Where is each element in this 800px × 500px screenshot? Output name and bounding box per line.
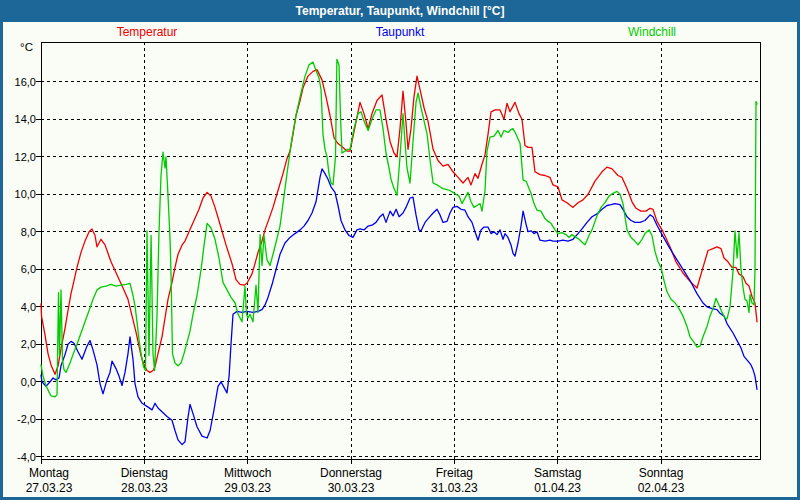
legend-item-taupunkt: Taupunkt — [376, 25, 425, 39]
y-tick-label: 2,0 — [21, 338, 36, 350]
weekday-label: Donnerstag — [320, 466, 382, 480]
y-tick-label: 10,0 — [15, 188, 36, 200]
y-tick-label: -4,0 — [17, 451, 36, 463]
chart-plot-area: 16,014,012,010,08,06,04,02,00,0-2,0-4,0°… — [0, 0, 800, 500]
y-tick-label: 12,0 — [15, 151, 36, 163]
date-label: 02.04.23 — [638, 481, 685, 495]
weekday-label: Mittwoch — [224, 466, 271, 480]
y-tick-label: 6,0 — [21, 263, 36, 275]
series-line-windchill — [41, 59, 757, 397]
y-tick-label: 14,0 — [15, 113, 36, 125]
y-tick-label: 0,0 — [21, 376, 36, 388]
y-tick-label: -2,0 — [17, 413, 36, 425]
title-bar: Temperatur, Taupunkt, Windchill [°C] — [0, 0, 800, 22]
weekday-label: Dienstag — [121, 466, 168, 480]
window-title: Temperatur, Taupunkt, Windchill [°C] — [296, 4, 505, 18]
weekday-label: Samstag — [534, 466, 581, 480]
date-label: 01.04.23 — [534, 481, 581, 495]
weekday-label: Freitag — [436, 466, 473, 480]
y-tick-label: 16,0 — [15, 76, 36, 88]
date-label: 31.03.23 — [431, 481, 478, 495]
legend-item-temperatur: Temperatur — [117, 25, 178, 39]
date-label: 29.03.23 — [224, 481, 271, 495]
y-tick-label: 4,0 — [21, 301, 36, 313]
date-label: 27.03.23 — [26, 481, 73, 495]
date-label: 28.03.23 — [121, 481, 168, 495]
y-axis-unit-label: °C — [20, 41, 33, 53]
legend-item-windchill: Windchill — [628, 25, 676, 39]
plot-border — [41, 42, 760, 459]
date-label: 30.03.23 — [328, 481, 375, 495]
weekday-label: Montag — [29, 466, 69, 480]
chart-legend: Temperatur Taupunkt Windchill — [0, 25, 800, 40]
weekday-label: Sonntag — [639, 466, 684, 480]
y-tick-label: 8,0 — [21, 226, 36, 238]
